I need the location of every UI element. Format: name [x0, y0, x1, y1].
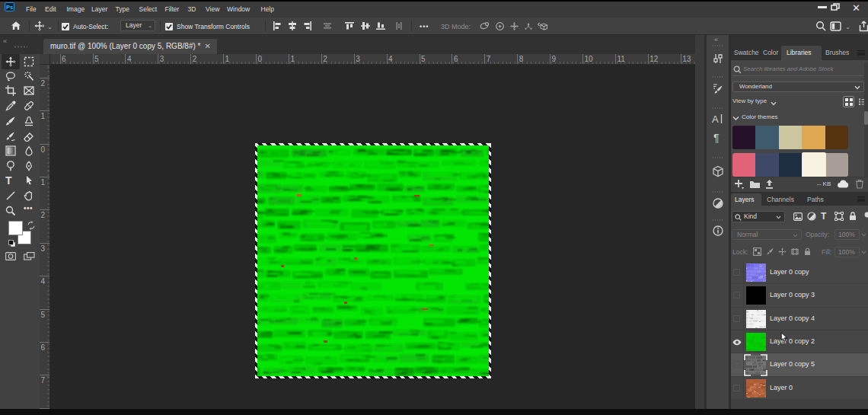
svg-text:A: A	[712, 113, 719, 125]
svg-text:¶: ¶	[713, 132, 720, 144]
